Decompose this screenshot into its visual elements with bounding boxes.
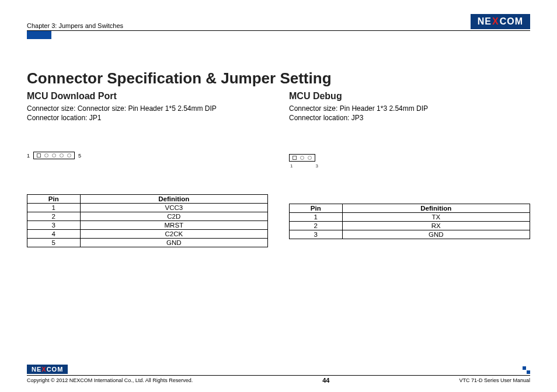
th-definition: Definition bbox=[80, 195, 267, 204]
jp1-table: Pin Definition 1VCC3 2C2D 3MRST 4C2CK 5G… bbox=[27, 194, 268, 247]
table-row: 4C2CK bbox=[27, 230, 268, 239]
page-title: Connector Specification & Jumper Setting bbox=[27, 69, 530, 88]
chapter-label: Chapter 3: Jumpers and Switches bbox=[27, 22, 123, 29]
left-section-title: MCU Download Port bbox=[27, 91, 268, 102]
pin-label-1: 1 bbox=[290, 163, 293, 169]
pin-2-icon bbox=[44, 153, 48, 158]
table-row: 3GND bbox=[290, 230, 530, 239]
page-header: Chapter 3: Jumpers and Switches NEXCOM bbox=[27, 14, 530, 31]
pin-3-icon bbox=[52, 153, 56, 158]
pin-3-icon bbox=[308, 156, 312, 160]
corner-marks-icon bbox=[523, 366, 530, 374]
table-row: 1TX bbox=[290, 213, 530, 222]
pin-label-1: 1 bbox=[27, 153, 30, 159]
pin-label-5: 5 bbox=[78, 153, 81, 159]
pin-4-icon bbox=[60, 153, 64, 158]
copyright-text: Copyright © 2012 NEXCOM International Co… bbox=[27, 377, 193, 383]
pin-1-icon bbox=[293, 156, 297, 160]
pin-5-icon bbox=[67, 153, 71, 158]
pin-1-icon bbox=[37, 153, 41, 158]
pin-header-5 bbox=[33, 152, 75, 159]
table-row: 2RX bbox=[290, 222, 530, 230]
table-row: 2C2D bbox=[27, 212, 268, 221]
content-area: Connector Specification & Jumper Setting… bbox=[27, 39, 530, 247]
table-row: 3MRST bbox=[27, 221, 268, 230]
pin-label-3: 3 bbox=[316, 163, 318, 169]
left-description: Connector size: Connector size: Pin Head… bbox=[27, 104, 268, 123]
th-definition: Definition bbox=[342, 204, 530, 213]
page-number: 44 bbox=[322, 377, 329, 384]
footer-logo: NEXCOM bbox=[27, 365, 68, 374]
page-footer: NEXCOM Copyright © 2012 NEXCOM Internati… bbox=[27, 365, 530, 384]
nexcom-logo: NEXCOM bbox=[471, 14, 530, 29]
right-section-title: MCU Debug bbox=[289, 91, 530, 102]
manual-name: VTC 71-D Series User Manual bbox=[459, 377, 530, 383]
jp3-diagram-labels: 1 3 bbox=[289, 163, 319, 169]
pin-2-icon bbox=[300, 156, 304, 160]
jp1-diagram: 1 5 bbox=[27, 152, 268, 159]
th-pin: Pin bbox=[27, 195, 81, 204]
blue-tab-decor bbox=[27, 31, 51, 39]
pin-header-3 bbox=[289, 154, 315, 162]
table-row: 1VCC3 bbox=[27, 204, 268, 212]
jp3-table: Pin Definition 1TX 2RX 3GND bbox=[289, 204, 530, 239]
right-description: Connector size: Pin Header 1*3 2.54mm DI… bbox=[289, 104, 530, 123]
table-row: 5GND bbox=[27, 239, 268, 247]
right-column: MCU Debug Connector size: Pin Header 1*3… bbox=[289, 91, 530, 247]
th-pin: Pin bbox=[290, 204, 343, 213]
left-column: MCU Download Port Connector size: Connec… bbox=[27, 91, 268, 247]
